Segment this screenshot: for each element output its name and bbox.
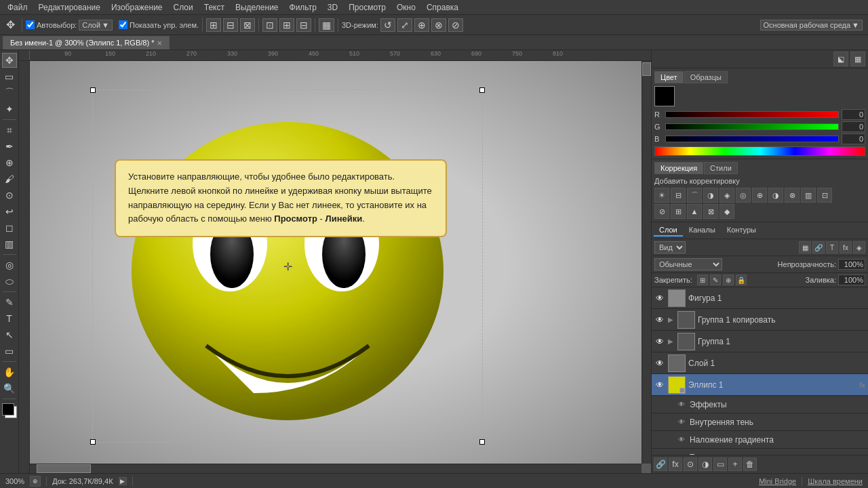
group-expand-1copy[interactable]: ▶ [668, 316, 673, 323]
autoselect-dropdown[interactable]: Слой ▼ [79, 20, 113, 30]
align-v-btn[interactable]: ⊞ [279, 18, 294, 32]
zoom-tool[interactable]: 🔍 [2, 381, 17, 396]
layer-eye-group1[interactable]: 👁 [654, 336, 665, 347]
menu-text[interactable]: Текст [199, 1, 229, 14]
layer-icon-link[interactable]: 🔗 [812, 241, 825, 253]
color-r-slider[interactable] [665, 111, 839, 118]
lock-artboard-btn[interactable]: ⊕ [723, 274, 734, 285]
handle-tl[interactable] [90, 87, 96, 93]
text-tool[interactable]: T [2, 311, 17, 326]
color-g-slider[interactable] [665, 123, 839, 130]
tab-correction[interactable]: Коррекция [654, 162, 703, 174]
workspace-dropdown[interactable]: Основная рабочая среда ▼ [760, 20, 863, 30]
tab-swatches[interactable]: Образцы [684, 71, 728, 83]
blur-tool[interactable]: ◎ [2, 258, 17, 272]
menu-3d[interactable]: 3D [323, 1, 342, 14]
layer-item-sloy1[interactable]: 👁 Слой 1 [652, 352, 868, 374]
layer-item-group1copy[interactable]: 👁 ▶ Группа 1 копировать [652, 309, 868, 331]
color-r-input[interactable]: 0 [842, 109, 865, 120]
handle-tr[interactable] [479, 87, 485, 93]
align-center-btn[interactable]: ⊟ [223, 18, 238, 32]
align-left-btn[interactable]: ⊞ [206, 18, 221, 32]
corr-channelmix[interactable]: ▥ [801, 188, 816, 203]
tab-paths[interactable]: Контуры [722, 224, 762, 237]
stamp-tool[interactable]: ⊙ [2, 188, 17, 203]
opacity-input[interactable] [838, 259, 865, 270]
corr-gradient-map[interactable]: ⊠ [703, 204, 718, 219]
layer-btn-adj[interactable]: ◑ [698, 458, 712, 471]
layer-eye-effects[interactable]: 👁 [676, 399, 687, 410]
corr-exposure[interactable]: ◑ [703, 188, 718, 203]
layer-item-shadow[interactable]: 👁 Тень [652, 449, 868, 455]
tab-channels[interactable]: Каналы [684, 224, 721, 237]
lasso-tool[interactable]: ⌒ [2, 85, 17, 100]
layer-eye-ellipse1[interactable]: 👁 [654, 380, 665, 390]
heal-tool[interactable]: ⊕ [2, 155, 17, 170]
layer-icon-thumbnail[interactable]: ▦ [799, 241, 811, 253]
canvas-content[interactable]: ✛ Установите направляющие, чтобы удобнее… [30, 61, 651, 473]
layer-eye-figura1[interactable]: 👁 [654, 293, 665, 304]
layer-eye-sloy1[interactable]: 👁 [654, 358, 665, 369]
layer-btn-delete[interactable]: 🗑 [743, 458, 757, 471]
autoselect-checkbox[interactable] [26, 20, 35, 29]
fg-swatch[interactable] [2, 403, 14, 415]
scroll-thumb-h[interactable] [37, 464, 91, 473]
mini-bridge-label[interactable]: Mini Bridge [759, 477, 796, 485]
distribute-btn[interactable]: ⊡ [262, 18, 277, 32]
tab-styles[interactable]: Стили [704, 162, 738, 174]
color-b-input[interactable]: 0 [842, 134, 865, 144]
scroll-thumb-v[interactable] [642, 62, 651, 76]
layer-fx-ellipse1[interactable]: fx [859, 381, 865, 389]
document-tab[interactable]: Без имени-1 @ 300% (Эллипс 1, RGB/8) * × [3, 36, 170, 49]
menu-select[interactable]: Выделение [231, 1, 283, 14]
3d-zoom-btn[interactable]: ⊘ [448, 18, 463, 32]
color-b-slider[interactable] [665, 136, 839, 142]
eyedropper-tool[interactable]: ✒ [2, 139, 17, 154]
group-expand-1[interactable]: ▶ [668, 338, 673, 345]
panel-icon-1[interactable]: ⬕ [833, 52, 848, 66]
menu-view[interactable]: Просмотр [344, 1, 391, 14]
hand-tool[interactable]: ✋ [2, 365, 17, 380]
dodge-tool[interactable]: ⬭ [2, 274, 17, 289]
horizontal-scrollbar[interactable] [30, 464, 642, 473]
align-right-btn[interactable]: ⊠ [240, 18, 255, 32]
layer-btn-mask[interactable]: ⊙ [684, 458, 697, 471]
move-tool[interactable]: ✥ [2, 53, 17, 68]
layer-eye-group1copy[interactable]: 👁 [654, 314, 665, 325]
color-preview-fg[interactable] [654, 86, 675, 106]
color-g-input[interactable]: 0 [842, 121, 865, 132]
corr-invert[interactable]: ⊘ [654, 204, 669, 219]
corr-vibrance[interactable]: ◈ [719, 188, 734, 203]
layer-btn-fx[interactable]: fx [669, 458, 682, 471]
menu-image[interactable]: Изображение [106, 1, 167, 14]
blending-dropdown[interactable]: Обычные [654, 258, 722, 270]
layer-item-gradient-overlay[interactable]: 👁 Наложение градиента [652, 431, 868, 449]
corr-colorlookup[interactable]: ⊡ [817, 188, 832, 203]
show-transform-checkbox[interactable] [119, 20, 127, 29]
corr-levels[interactable]: ⊟ [671, 188, 686, 203]
layer-icon-style[interactable]: fx [840, 241, 852, 253]
handle-bl[interactable] [90, 439, 96, 445]
corr-threshold[interactable]: ▲ [687, 204, 702, 219]
corr-curves[interactable]: ⌒ [687, 188, 702, 203]
lock-pixels-btn[interactable]: ⊞ [697, 274, 708, 285]
vertical-scrollbar[interactable] [642, 61, 651, 464]
corr-bw[interactable]: ◑ [768, 188, 783, 203]
3d-pan-btn[interactable]: ⊗ [431, 18, 446, 32]
menu-filter[interactable]: Фильтр [285, 1, 321, 14]
3d-move-btn[interactable]: ⊕ [414, 18, 429, 32]
menu-help[interactable]: Справка [422, 1, 463, 14]
doc-expand-btn[interactable]: ▶ [119, 477, 127, 485]
wand-tool[interactable]: ✦ [2, 102, 17, 117]
gradient-tool[interactable]: ▥ [2, 237, 17, 251]
arrange-btn[interactable]: ▦ [319, 18, 334, 32]
marquee-tool[interactable]: ▭ [2, 69, 17, 84]
fill-input[interactable] [838, 274, 865, 285]
corr-poster[interactable]: ⊞ [671, 204, 686, 219]
color-spectrum[interactable] [654, 146, 865, 156]
eraser-tool[interactable]: ◻ [2, 220, 17, 235]
tab-color[interactable]: Цвет [654, 71, 684, 83]
handle-br[interactable] [479, 439, 485, 445]
layer-icon-smart[interactable]: ◈ [853, 241, 865, 253]
layer-eye-gradient-overlay[interactable]: 👁 [676, 434, 687, 445]
